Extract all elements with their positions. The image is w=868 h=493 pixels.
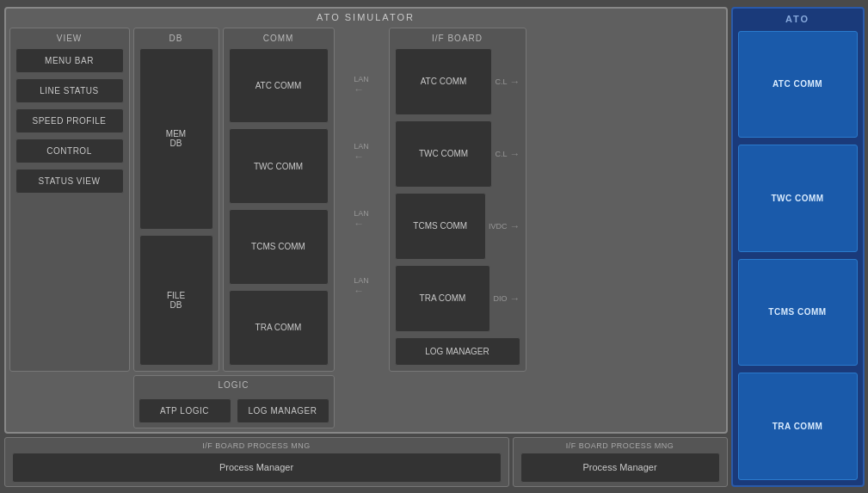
mem-db-label: MEMDB (166, 129, 186, 148)
bottom-row: I/F BOARD PROCESS MNG Process Manager I/… (4, 437, 728, 487)
view-title: VIEW (15, 34, 124, 43)
comm-section: COMM ATC COMM TWC COMM TCMS COMM TRA COM… (223, 28, 335, 372)
line-status-button[interactable]: LINE STATUS (15, 78, 124, 103)
comm-title: COMM (229, 34, 329, 43)
ifboard-row-4: TRA COMM DIO → (395, 265, 520, 332)
ato-tcms-box: TCMS COMM (738, 259, 858, 367)
conn-3: LAN ← (354, 203, 369, 236)
ato-twc-box: TWC COMM (738, 145, 858, 252)
simulator-title: ATO SIMULATOR (9, 12, 723, 24)
lan-4-label: LAN (354, 276, 369, 285)
ifboard-section: I/F BOARD ATC COMM C.L → TWC COMM C.L → (389, 28, 526, 372)
view-section: VIEW MENU BAR LINE STATUS SPEED PROFILE … (9, 28, 130, 372)
connections-column: LAN ← LAN ← LAN ← LAN ← (338, 28, 385, 372)
file-db-box: FILEDB (139, 235, 213, 366)
ifboard-row-1: ATC COMM C.L → (395, 48, 520, 115)
pmgr-right-title: I/F BOARD PROCESS MNG (520, 441, 720, 450)
ifboard-row-2: TWC COMM C.L → (395, 120, 520, 188)
speed-profile-button[interactable]: SPEED PROFILE (15, 108, 124, 133)
ifboard-tcms-box: TCMS COMM (395, 193, 486, 260)
ato-boxes: ATC COMM TWC COMM TCMS COMM TRA COMM (738, 31, 858, 480)
arrow-1: ← (354, 83, 369, 96)
lan-1-label: LAN (354, 75, 369, 83)
arrow-2: ← (354, 151, 369, 163)
ifboard-atc-right: C.L (495, 77, 507, 86)
ato-atc-box: ATC COMM (738, 31, 858, 139)
log-manager-button[interactable]: LOG MANAGER (237, 398, 329, 423)
status-view-button[interactable]: STATUS VIEW (15, 169, 124, 194)
ifboard-row-3: TCMS COMM IVDC → (395, 193, 520, 260)
ifboard-twc-arrow: → (510, 148, 520, 160)
atp-logic-button[interactable]: ATP LOGIC (139, 398, 231, 423)
ato-tra-box: TRA COMM (738, 373, 858, 480)
logic-row: LOGIC ATP LOGIC LOG MANAGER (9, 375, 723, 428)
mem-db-box: MEMDB (139, 48, 213, 230)
db-section: DB MEMDB FILEDB (133, 28, 219, 372)
comm-twc-box: TWC COMM (229, 128, 329, 204)
ifboard-logmgr-box: LOG MANAGER (395, 337, 520, 366)
logic-buttons: ATP LOGIC LOG MANAGER (139, 398, 329, 423)
lan-2-label: LAN (354, 142, 369, 151)
conn-1: LAN ← (354, 69, 369, 102)
comm-atc-box: ATC COMM (229, 48, 329, 124)
ifboard-title: I/F BOARD (395, 34, 520, 43)
file-db-label: FILEDB (167, 291, 185, 310)
arrow-3: ← (354, 218, 369, 230)
conn-2: LAN ← (354, 136, 369, 169)
ifboard-tra-right: DIO (493, 294, 507, 303)
lan-3-label: LAN (354, 209, 369, 218)
ifboard-tcms-arrow: → (510, 220, 520, 232)
conn-4: LAN ← (354, 270, 369, 303)
arrow-4: ← (354, 285, 369, 297)
ifboard-tra-arrow: → (510, 293, 520, 305)
ifboard-twc-right: C.L (495, 150, 507, 158)
comm-tcms-box: TCMS COMM (229, 209, 329, 285)
ifboard-twc-box: TWC COMM (395, 120, 493, 188)
ifboard-atc-box: ATC COMM (395, 48, 493, 115)
logic-section: LOGIC ATP LOGIC LOG MANAGER (133, 375, 335, 428)
pmgr-left-title: I/F BOARD PROCESS MNG (12, 441, 502, 450)
ifboard-atc-arrow: → (510, 76, 520, 88)
process-mgr-right: I/F BOARD PROCESS MNG Process Manager (513, 437, 728, 487)
db-title: DB (139, 34, 213, 43)
ato-title: ATO (738, 14, 858, 24)
pmgr-left-bar[interactable]: Process Manager (12, 453, 502, 483)
pmgr-right-bar[interactable]: Process Manager (520, 453, 720, 483)
comm-tra-box: TRA COMM (229, 290, 329, 366)
ifboard-tra-box: TRA COMM (395, 265, 491, 332)
menu-bar-button[interactable]: MENU BAR (15, 48, 124, 73)
process-mgr-left: I/F BOARD PROCESS MNG Process Manager (4, 437, 509, 487)
ifboard-tcms-right: IVDC (489, 222, 508, 231)
logic-title: LOGIC (139, 380, 329, 390)
ato-section: ATO ATC COMM TWC COMM TCMS COMM TRA COMM (731, 7, 865, 487)
control-button[interactable]: CONTROL (15, 139, 124, 163)
